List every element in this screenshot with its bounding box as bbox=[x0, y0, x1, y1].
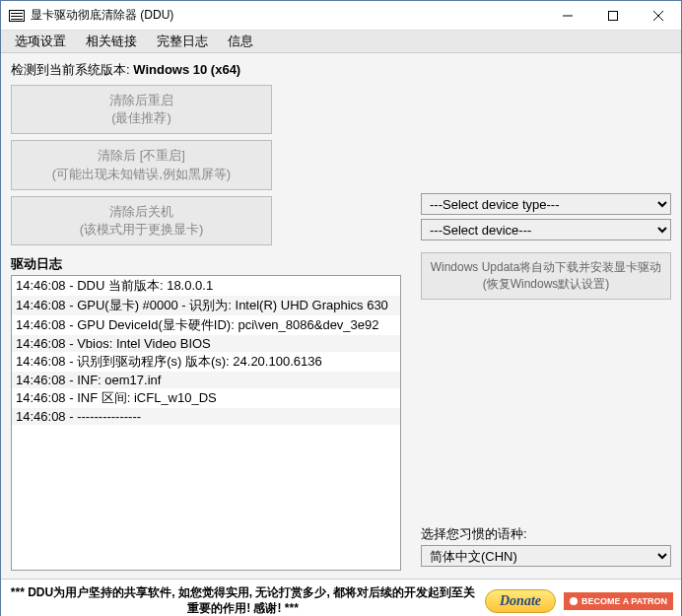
log-box[interactable]: 14:46:08 - DDU 当前版本: 18.0.0.1 14:46:08 -… bbox=[11, 275, 401, 571]
window-title: 显卡驱动彻底清除器 (DDU) bbox=[31, 7, 545, 24]
menu-options[interactable]: 选项设置 bbox=[5, 31, 76, 52]
log-entry: 14:46:08 - --------------- bbox=[12, 408, 400, 425]
app-window: 显卡驱动彻底清除器 (DDU) 选项设置 相关链接 完整日志 信息 检测到当前系… bbox=[0, 0, 682, 616]
patron-button[interactable]: BECOME A PATRON bbox=[564, 592, 673, 610]
clean-shutdown-button[interactable]: 清除后关机 (该模式用于更换显卡) bbox=[11, 196, 272, 245]
app-icon bbox=[9, 10, 25, 22]
sysver-value: Windows 10 (x64) bbox=[133, 62, 240, 77]
btn-line2: (恢复Windows默认设置) bbox=[426, 276, 666, 293]
btn-line2: (该模式用于更换显卡) bbox=[16, 221, 267, 239]
maximize-button[interactable] bbox=[590, 1, 636, 31]
svg-rect-1 bbox=[609, 11, 618, 20]
btn-line1: 清除后重启 bbox=[16, 92, 267, 109]
left-column: 清除后重启 (最佳推荐) 清除后 [不重启] (可能出现未知错误,例如黑屏等) … bbox=[11, 85, 401, 571]
spacer bbox=[421, 85, 671, 193]
log-entry: 14:46:08 - GPU(显卡) #0000 - 识别为: Intel(R)… bbox=[12, 296, 400, 315]
system-version: 检测到当前系统版本: Windows 10 (x64) bbox=[11, 61, 671, 79]
btn-line1: 清除后 [不重启] bbox=[16, 147, 267, 165]
titlebar: 显卡驱动彻底清除器 (DDU) bbox=[1, 1, 681, 31]
device-type-select[interactable]: ---Select device type--- bbox=[421, 193, 671, 215]
minimize-button[interactable] bbox=[545, 1, 590, 31]
language-select[interactable]: 简体中文(CHN) bbox=[421, 545, 671, 567]
right-column: ---Select device type--- ---Select devic… bbox=[421, 85, 671, 571]
content-area: 检测到当前系统版本: Windows 10 (x64) 清除后重启 (最佳推荐)… bbox=[1, 53, 681, 579]
log-entry: 14:46:08 - INF: oem17.inf bbox=[12, 372, 400, 388]
close-button[interactable] bbox=[636, 1, 681, 31]
donate-button[interactable]: Donate bbox=[485, 589, 556, 613]
log-entry: 14:46:08 - INF 区间: iCFL_w10_DS bbox=[12, 388, 400, 408]
btn-line2: (最佳推荐) bbox=[16, 109, 267, 127]
log-label: 驱动日志 bbox=[11, 255, 401, 273]
btn-line2: (可能出现未知错误,例如黑屏等) bbox=[16, 166, 267, 183]
clean-norestart-button[interactable]: 清除后 [不重启] (可能出现未知错误,例如黑屏等) bbox=[11, 140, 272, 189]
windows-update-button[interactable]: Windows Updata将自动下载并安装显卡驱动 (恢复Windows默认设… bbox=[421, 252, 671, 300]
log-entry: 14:46:08 - DDU 当前版本: 18.0.0.1 bbox=[12, 276, 400, 296]
btn-line1: Windows Updata将自动下载并安装显卡驱动 bbox=[426, 259, 666, 276]
main-layout: 清除后重启 (最佳推荐) 清除后 [不重启] (可能出现未知错误,例如黑屏等) … bbox=[11, 85, 671, 571]
log-entry: 14:46:08 - 识别到驱动程序(s) 版本(s): 24.20.100.6… bbox=[12, 352, 400, 372]
language-label: 选择您习惯的语种: bbox=[421, 525, 671, 543]
footer: *** DDU为用户坚持的共享软件, 如您觉得实用, 无论打赏多少, 都将对后续… bbox=[1, 579, 681, 616]
window-controls bbox=[545, 1, 681, 31]
menu-info[interactable]: 信息 bbox=[218, 31, 263, 52]
log-entry: 14:46:08 - GPU DeviceId(显卡硬件ID): pci\ven… bbox=[12, 315, 400, 335]
device-select[interactable]: ---Select device--- bbox=[421, 219, 671, 240]
log-entry: 14:46:08 - Vbios: Intel Video BIOS bbox=[12, 335, 400, 352]
menubar: 选项设置 相关链接 完整日志 信息 bbox=[1, 31, 681, 53]
sysver-prefix: 检测到当前系统版本: bbox=[11, 62, 133, 77]
patron-label: BECOME A PATRON bbox=[581, 596, 667, 606]
patreon-icon bbox=[570, 597, 578, 605]
language-block: 选择您习惯的语种: 简体中文(CHN) bbox=[421, 525, 671, 571]
btn-line1: 清除后关机 bbox=[16, 203, 267, 221]
menu-links[interactable]: 相关链接 bbox=[76, 31, 147, 52]
clean-restart-button[interactable]: 清除后重启 (最佳推荐) bbox=[11, 85, 272, 134]
footer-text: *** DDU为用户坚持的共享软件, 如您觉得实用, 无论打赏多少, 都将对后续… bbox=[9, 585, 477, 616]
menu-fulllog[interactable]: 完整日志 bbox=[147, 31, 218, 52]
